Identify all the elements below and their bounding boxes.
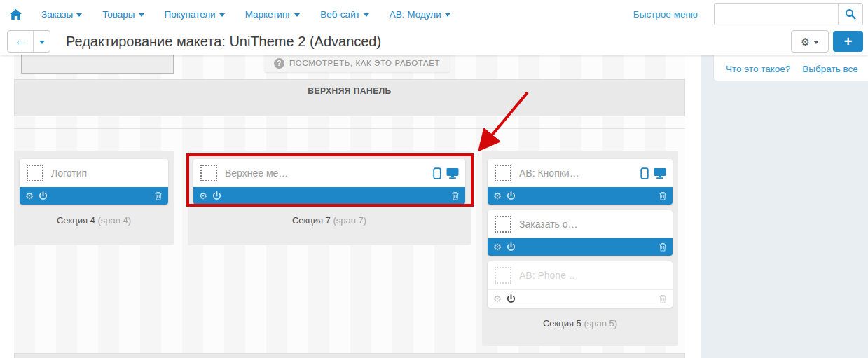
how-it-works-label: ПОСМОТРЕТЬ, КАК ЭТО РАБОТАЕТ	[289, 59, 440, 67]
desktop-icon[interactable]	[446, 167, 459, 179]
menu-label: Товары	[102, 9, 135, 20]
home-icon[interactable]	[10, 9, 22, 20]
chevron-down-icon	[39, 41, 45, 44]
menu-marketing[interactable]: Маркетинг	[245, 9, 301, 20]
quick-menu-link[interactable]: Быстрое меню	[633, 9, 698, 20]
block-label: АВ: Кнопки…	[519, 167, 579, 179]
gear-icon[interactable]: ⚙	[493, 242, 502, 252]
drag-handle-icon[interactable]	[495, 216, 511, 233]
gear-icon[interactable]: ⚙	[493, 294, 502, 303]
chevron-down-icon	[364, 13, 369, 17]
settings-dropdown-button[interactable]: ⚙	[791, 30, 829, 53]
power-icon[interactable]	[212, 191, 221, 200]
section-span: (span 5)	[584, 318, 617, 329]
menu-label: Веб-сайт	[320, 9, 360, 20]
admin-header: Заказы Товары Покупатели Маркетинг Веб-с…	[0, 0, 868, 55]
back-split-button: ←	[7, 30, 50, 53]
select-all-link[interactable]: Выбрать все	[802, 64, 857, 74]
mobile-icon[interactable]	[640, 167, 649, 179]
menu-label: Покупатели	[165, 9, 216, 20]
search-icon	[845, 8, 856, 20]
power-icon[interactable]	[507, 242, 516, 252]
title-bar: ← Редактирование макета: UniTheme 2 (Adv…	[0, 28, 868, 55]
chevron-down-icon	[445, 13, 450, 17]
section-name: Секция 4	[57, 215, 95, 226]
main-menu: Заказы Товары Покупатели Маркетинг Веб-с…	[41, 9, 450, 20]
chevron-down-icon	[294, 13, 300, 17]
power-icon[interactable]	[39, 191, 48, 200]
menu-customers[interactable]: Покупатели	[165, 9, 225, 20]
block-label: Логотип	[51, 167, 87, 179]
block-card-order-call[interactable]: Заказать о… ⚙	[488, 210, 673, 256]
block-card-logo[interactable]: Логотип ⚙	[20, 159, 168, 205]
section-name: Секция 5	[543, 318, 581, 329]
gear-icon[interactable]: ⚙	[493, 191, 502, 200]
block-toolbar: ⚙	[488, 289, 673, 308]
trash-icon[interactable]	[451, 191, 460, 200]
how-it-works-button[interactable]: ? ПОСМОТРЕТЬ, КАК ЭТО РАБОТАЕТ	[264, 54, 450, 72]
block-card-ab-phone[interactable]: АВ: Phone … ⚙	[488, 261, 673, 308]
section-span: (span 7)	[333, 215, 366, 226]
block-card-top-menu[interactable]: Верхнее ме… ⚙	[193, 159, 465, 205]
block-label: Заказать о…	[519, 219, 578, 230]
menu-products[interactable]: Товары	[102, 9, 144, 20]
section-7[interactable]: Верхнее ме… ⚙ Секция 7 (span 7)	[188, 151, 471, 245]
menu-ab-modules[interactable]: АВ: Модули	[390, 9, 450, 20]
section-5[interactable]: АВ: Кнопки… ⚙ Заказать о… ⚙	[482, 151, 678, 346]
block-toolbar: ⚙	[488, 187, 673, 205]
block-label: АВ: Phone …	[519, 270, 579, 281]
add-button[interactable]: +	[833, 31, 863, 52]
top-panel-container[interactable]: ВЕРХНЯЯ ПАНЕЛЬ	[14, 79, 685, 116]
drag-handle-icon[interactable]	[495, 267, 511, 284]
gear-icon[interactable]: ⚙	[199, 191, 207, 200]
desktop-icon[interactable]	[654, 167, 666, 179]
section-4[interactable]: Логотип ⚙ Секция 4 (span 4)	[14, 151, 174, 245]
back-dropdown-button[interactable]	[33, 31, 50, 52]
section-label: Секция 4 (span 4)	[14, 215, 174, 226]
back-arrow-icon: ←	[15, 34, 27, 48]
trash-icon[interactable]	[659, 191, 667, 200]
plus-icon: +	[844, 34, 853, 50]
section-label: Секция 5 (span 5)	[482, 318, 678, 329]
container-divider	[14, 128, 685, 129]
block-toolbar: ⚙	[193, 187, 465, 205]
layout-editor-page: ? ПОСМОТРЕТЬ, КАК ЭТО РАБОТАЕТ ВЕРХНЯЯ П…	[0, 0, 868, 358]
top-panel-label: ВЕРХНЯЯ ПАНЕЛЬ	[308, 86, 391, 96]
section-span: (span 4)	[97, 215, 131, 226]
search-input[interactable]	[715, 4, 838, 25]
section-name: Секция 7	[292, 215, 331, 226]
page-title: Редактирование макета: UniTheme 2 (Advan…	[66, 34, 381, 50]
gear-icon: ⚙	[801, 36, 810, 47]
power-icon[interactable]	[507, 294, 516, 303]
chevron-down-icon	[219, 13, 225, 17]
mobile-icon[interactable]	[433, 167, 441, 179]
drag-handle-icon[interactable]	[495, 165, 511, 181]
next-panel-edge	[14, 353, 685, 358]
question-icon: ?	[274, 58, 284, 69]
what-is-this-link[interactable]: Что это такое?	[726, 64, 790, 74]
blocks-sidebar	[701, 55, 868, 358]
trash-icon[interactable]	[659, 294, 667, 303]
chevron-down-icon	[76, 13, 82, 17]
drag-handle-icon[interactable]	[27, 165, 43, 181]
gear-icon[interactable]: ⚙	[25, 191, 34, 200]
trash-icon[interactable]	[154, 191, 163, 200]
menu-orders[interactable]: Заказы	[41, 9, 82, 20]
block-toolbar: ⚙	[488, 238, 673, 256]
menu-website[interactable]: Веб-сайт	[320, 9, 369, 20]
block-label: Верхнее ме…	[225, 167, 288, 179]
chevron-down-icon	[139, 13, 144, 17]
chevron-down-icon	[813, 41, 819, 44]
search-group	[714, 3, 863, 25]
menu-label: Заказы	[41, 9, 73, 20]
power-icon[interactable]	[507, 191, 516, 200]
trash-icon[interactable]	[659, 242, 667, 252]
back-button[interactable]: ←	[8, 31, 33, 52]
block-card-ab-buttons[interactable]: АВ: Кнопки… ⚙	[488, 159, 673, 205]
drag-handle-icon[interactable]	[200, 165, 217, 181]
top-nav-bar: Заказы Товары Покупатели Маркетинг Веб-с…	[0, 0, 868, 28]
menu-label: Маркетинг	[245, 9, 291, 20]
search-button[interactable]	[838, 4, 862, 25]
menu-label: АВ: Модули	[390, 9, 441, 20]
section-label: Секция 7 (span 7)	[188, 215, 471, 226]
